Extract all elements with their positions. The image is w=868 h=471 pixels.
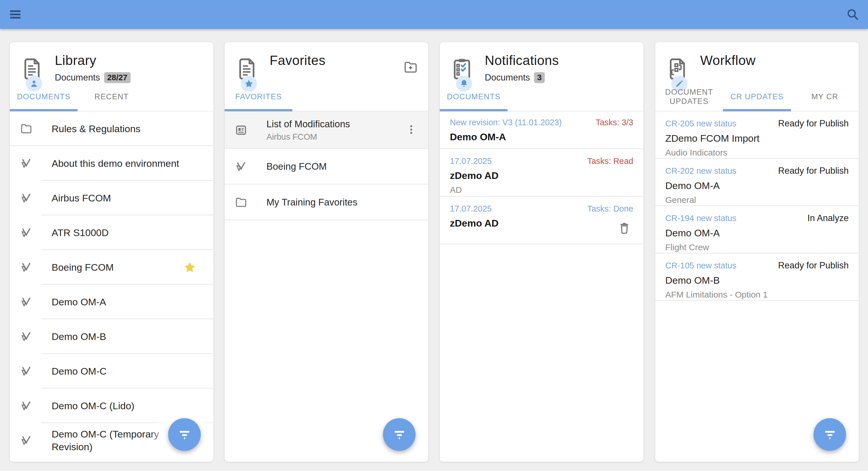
- library-item[interactable]: ATR S1000D: [10, 215, 213, 250]
- tab-documents[interactable]: DOCUMENTS: [10, 83, 78, 111]
- library-item[interactable]: Rules & Regulations: [10, 111, 213, 146]
- workflow-item[interactable]: CR-202 new status Ready for Publish Demo…: [655, 159, 859, 206]
- document-icon: [20, 261, 33, 274]
- favorites-tabs: FAVORITES: [225, 83, 428, 111]
- document-icon: [20, 157, 33, 170]
- favorites-item[interactable]: My Training Favorites: [225, 184, 428, 220]
- notifications-count-badge: 3: [534, 72, 545, 83]
- cr-status-value: Ready for Publish: [778, 118, 849, 129]
- cr-status-label: CR-205 new status: [665, 119, 737, 128]
- favorite-star-icon: [183, 261, 196, 274]
- notification-document-subtitle: AD: [450, 185, 633, 195]
- cr-status-value: Ready for Publish: [778, 260, 849, 271]
- document-icon: [20, 434, 33, 447]
- workflow-item[interactable]: CR-105 new status Ready for Publish Demo…: [655, 254, 859, 301]
- delete-trash-icon[interactable]: [616, 221, 633, 236]
- library-item[interactable]: Demo OM-B: [10, 319, 213, 354]
- filter-icon: [822, 426, 838, 443]
- cr-document-subtitle: Audio Indicators: [665, 148, 849, 157]
- tab-cr-updates[interactable]: CR UPDATES: [723, 83, 791, 111]
- cr-status-label: CR-194 new status: [665, 213, 737, 223]
- app-bar: [0, 0, 868, 29]
- folder-icon: [20, 122, 33, 135]
- favorites-item[interactable]: List of Modifications Airbus FCOM: [225, 111, 428, 149]
- cr-status-label: CR-105 new status: [665, 261, 737, 270]
- search-icon[interactable]: [845, 7, 861, 22]
- notification-meta: New revision: V3 (11.01.2023): [450, 118, 562, 127]
- library-item[interactable]: Airbus FCOM: [10, 181, 213, 215]
- cr-document-title: Demo OM-A: [665, 180, 849, 192]
- library-card: Library Documents 28/27 DOCUMENTS RECENT…: [10, 42, 213, 462]
- library-title: Library: [55, 52, 131, 69]
- document-icon: [20, 330, 33, 343]
- tab-favorites[interactable]: FAVORITES: [225, 83, 292, 111]
- folder-icon: [235, 196, 248, 209]
- library-tabs: DOCUMENTS RECENT: [10, 83, 213, 111]
- document-icon: [20, 295, 33, 308]
- favorites-item[interactable]: Boeing FCOM: [225, 149, 428, 184]
- library-item[interactable]: Demo OM-C: [10, 354, 213, 388]
- notification-meta: 17.07.2025: [450, 156, 492, 166]
- document-icon: [20, 192, 33, 205]
- cr-status-value: Ready for Publish: [778, 166, 849, 176]
- library-subtitle: Documents: [55, 72, 100, 83]
- cr-document-subtitle: Flight Crew: [665, 242, 849, 252]
- document-icon: [20, 399, 33, 412]
- favorites-list: List of Modifications Airbus FCOM Boeing…: [225, 111, 428, 462]
- cr-document-title: Demo OM-B: [665, 275, 849, 286]
- item-menu-kebab-icon[interactable]: [403, 123, 420, 137]
- tab-documents[interactable]: DOCUMENTS: [440, 83, 507, 111]
- library-item[interactable]: Boeing FCOM: [10, 250, 213, 285]
- cr-status-value: In Analyze: [807, 213, 849, 224]
- notification-document-title: zDemo AD: [450, 170, 633, 181]
- document-icon: [20, 226, 33, 239]
- notifications-subtitle: Documents: [485, 72, 530, 83]
- notifications-list: New revision: V3 (11.01.2023) Tasks: 3/3…: [440, 111, 643, 462]
- notification-tasks-status: Tasks: Done: [587, 204, 633, 213]
- workflow-item[interactable]: CR-194 new status In Analyze Demo OM-A F…: [655, 206, 859, 254]
- library-filter-fab[interactable]: [168, 418, 201, 451]
- workflow-item[interactable]: CR-205 new status Ready for Publish ZDem…: [655, 111, 859, 159]
- cr-document-title: Demo OM-A: [665, 228, 849, 239]
- tab-recent[interactable]: RECENT: [78, 83, 145, 111]
- document-icon: [20, 364, 33, 378]
- notifications-title: Notifications: [485, 52, 559, 69]
- add-folder-icon[interactable]: [403, 59, 418, 75]
- notifications-tabs: DOCUMENTS: [440, 83, 643, 111]
- cr-status-label: CR-202 new status: [665, 166, 737, 176]
- tab-document-updates[interactable]: DOCUMENT UPDATES: [655, 83, 723, 111]
- notifications-card: Notifications Documents 3 DOCUMENTS New …: [440, 42, 643, 462]
- notification-tasks-status: Tasks: Read: [587, 156, 633, 166]
- workflow-filter-fab[interactable]: [813, 418, 846, 451]
- workflow-title: Workflow: [700, 52, 755, 69]
- notification-item[interactable]: 17.07.2025 Tasks: Read zDemo AD AD: [440, 149, 643, 197]
- library-list: Rules & Regulations About this demo envi…: [10, 111, 213, 462]
- tab-my-cr[interactable]: MY CR: [791, 83, 859, 111]
- workflow-card: Workflow DOCUMENT UPDATES CR UPDATES MY …: [655, 42, 859, 462]
- cr-document-subtitle: AFM Limitations - Option 1: [665, 290, 849, 300]
- hamburger-menu-icon[interactable]: [7, 7, 23, 22]
- notification-document-title: Demo OM-A: [450, 131, 633, 143]
- notification-item[interactable]: 17.07.2025 Tasks: Done zDemo AD: [440, 197, 643, 244]
- library-item[interactable]: About this demo environment: [10, 146, 213, 181]
- filter-icon: [176, 426, 193, 443]
- cr-document-subtitle: General: [665, 195, 849, 205]
- notification-document-title: zDemo AD: [450, 217, 633, 229]
- workflow-tabs: DOCUMENT UPDATES CR UPDATES MY CR: [655, 83, 859, 111]
- notification-meta: 17.07.2025: [450, 204, 492, 213]
- notification-item[interactable]: New revision: V3 (11.01.2023) Tasks: 3/3…: [440, 111, 643, 149]
- notification-tasks-status: Tasks: 3/3: [595, 118, 633, 127]
- document-icon: [235, 160, 248, 173]
- library-count-badge: 28/27: [104, 72, 131, 83]
- favorites-card: Favorites FAVORITES List of Modification…: [225, 42, 428, 462]
- filter-icon: [391, 426, 408, 443]
- cr-document-title: ZDemo FCOM Import: [665, 133, 849, 144]
- article-icon: [235, 123, 248, 137]
- favorites-filter-fab[interactable]: [383, 418, 415, 451]
- library-item[interactable]: Demo OM-A: [10, 285, 213, 319]
- favorites-title: Favorites: [270, 52, 326, 69]
- workflow-list: CR-205 new status Ready for Publish ZDem…: [655, 111, 859, 462]
- library-item[interactable]: Demo OM-C (Lido): [10, 388, 213, 423]
